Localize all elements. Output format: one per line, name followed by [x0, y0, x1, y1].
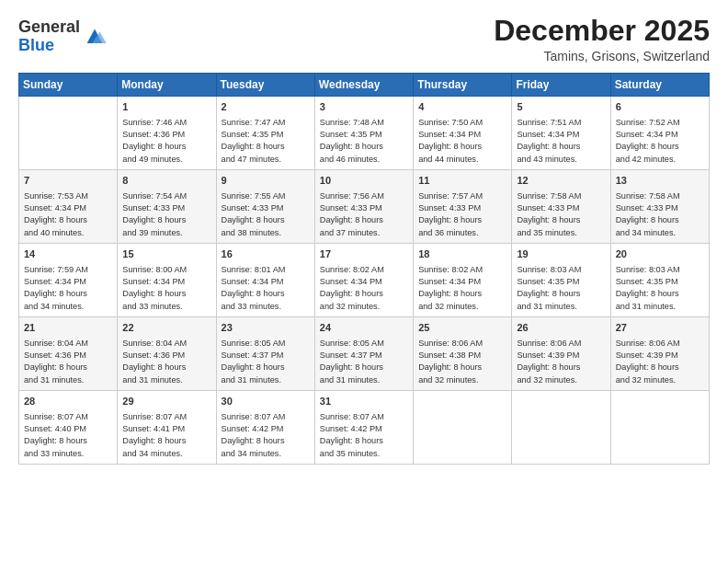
table-cell: 13Sunrise: 7:58 AMSunset: 4:33 PMDayligh…	[610, 170, 709, 244]
day-number: 14	[24, 247, 113, 261]
table-cell: 20Sunrise: 8:03 AMSunset: 4:35 PMDayligh…	[610, 244, 709, 317]
calendar-week-row: 28Sunrise: 8:07 AMSunset: 4:40 PMDayligh…	[19, 391, 710, 465]
day-number: 10	[320, 174, 409, 188]
table-cell	[512, 391, 610, 465]
day-number: 16	[222, 247, 311, 261]
day-number: 20	[616, 247, 705, 261]
day-info: Sunrise: 8:07 AMSunset: 4:42 PMDaylight:…	[222, 411, 311, 460]
day-info: Sunrise: 7:59 AMSunset: 4:34 PMDaylight:…	[24, 264, 113, 313]
day-info: Sunrise: 8:06 AMSunset: 4:39 PMDaylight:…	[616, 338, 705, 386]
location-subtitle: Tamins, Grisons, Switzerland	[494, 49, 710, 63]
table-cell: 25Sunrise: 8:06 AMSunset: 4:38 PMDayligh…	[414, 317, 512, 391]
col-saturday: Saturday	[610, 74, 709, 97]
day-info: Sunrise: 7:51 AMSunset: 4:34 PMDaylight:…	[517, 117, 606, 166]
day-info: Sunrise: 7:47 AMSunset: 4:35 PMDaylight:…	[222, 117, 311, 166]
day-info: Sunrise: 8:03 AMSunset: 4:35 PMDaylight:…	[616, 264, 705, 313]
logo-icon	[82, 24, 108, 50]
day-info: Sunrise: 8:07 AMSunset: 4:41 PMDaylight:…	[122, 411, 211, 460]
table-cell: 17Sunrise: 8:02 AMSunset: 4:34 PMDayligh…	[314, 244, 413, 317]
logo-blue-text: Blue	[18, 36, 54, 54]
day-info: Sunrise: 8:03 AMSunset: 4:35 PMDaylight:…	[517, 264, 606, 313]
logo-general-text: General	[18, 17, 80, 36]
day-number: 13	[616, 174, 705, 188]
day-info: Sunrise: 8:00 AMSunset: 4:34 PMDaylight:…	[122, 264, 211, 313]
col-friday: Friday	[512, 74, 610, 97]
table-cell: 15Sunrise: 8:00 AMSunset: 4:34 PMDayligh…	[118, 244, 216, 317]
table-cell: 29Sunrise: 8:07 AMSunset: 4:41 PMDayligh…	[118, 391, 216, 465]
day-info: Sunrise: 7:58 AMSunset: 4:33 PMDaylight:…	[517, 190, 606, 239]
header-row: Sunday Monday Tuesday Wednesday Thursday…	[19, 74, 710, 97]
table-cell: 18Sunrise: 8:02 AMSunset: 4:34 PMDayligh…	[414, 244, 512, 317]
day-number: 25	[418, 321, 507, 335]
table-cell: 6Sunrise: 7:52 AMSunset: 4:34 PMDaylight…	[610, 97, 709, 170]
day-info: Sunrise: 8:05 AMSunset: 4:37 PMDaylight:…	[222, 338, 311, 386]
day-info: Sunrise: 8:07 AMSunset: 4:42 PMDaylight:…	[320, 411, 409, 460]
day-number: 2	[222, 100, 311, 114]
day-info: Sunrise: 7:46 AMSunset: 4:36 PMDaylight:…	[122, 117, 211, 166]
day-number: 4	[418, 100, 507, 114]
day-info: Sunrise: 7:57 AMSunset: 4:33 PMDaylight:…	[418, 190, 507, 239]
table-cell: 10Sunrise: 7:56 AMSunset: 4:33 PMDayligh…	[314, 170, 413, 244]
table-cell: 23Sunrise: 8:05 AMSunset: 4:37 PMDayligh…	[216, 317, 314, 391]
calendar-page: General Blue December 2025 Tamins, Griso…	[0, 0, 728, 563]
day-number: 1	[122, 100, 211, 114]
table-cell: 4Sunrise: 7:50 AMSunset: 4:34 PMDaylight…	[414, 97, 512, 170]
day-number: 3	[320, 100, 409, 114]
month-title: December 2025	[494, 15, 710, 47]
day-number: 9	[222, 174, 311, 188]
day-number: 21	[24, 321, 113, 335]
day-number: 7	[24, 174, 113, 188]
table-cell: 9Sunrise: 7:55 AMSunset: 4:33 PMDaylight…	[216, 170, 314, 244]
day-number: 5	[517, 100, 606, 114]
table-cell: 7Sunrise: 7:53 AMSunset: 4:34 PMDaylight…	[19, 170, 118, 244]
day-info: Sunrise: 7:54 AMSunset: 4:33 PMDaylight:…	[122, 190, 211, 239]
day-info: Sunrise: 8:06 AMSunset: 4:38 PMDaylight:…	[418, 338, 507, 386]
table-cell: 28Sunrise: 8:07 AMSunset: 4:40 PMDayligh…	[19, 391, 118, 465]
day-info: Sunrise: 7:50 AMSunset: 4:34 PMDaylight:…	[418, 117, 507, 166]
calendar-table: Sunday Monday Tuesday Wednesday Thursday…	[18, 73, 710, 465]
day-number: 18	[418, 247, 507, 261]
table-cell: 24Sunrise: 8:05 AMSunset: 4:37 PMDayligh…	[314, 317, 413, 391]
table-cell: 5Sunrise: 7:51 AMSunset: 4:34 PMDaylight…	[512, 97, 610, 170]
table-cell: 1Sunrise: 7:46 AMSunset: 4:36 PMDaylight…	[118, 97, 216, 170]
calendar-week-row: 1Sunrise: 7:46 AMSunset: 4:36 PMDaylight…	[19, 97, 710, 170]
day-info: Sunrise: 7:48 AMSunset: 4:35 PMDaylight:…	[320, 117, 409, 166]
calendar-header: Sunday Monday Tuesday Wednesday Thursday…	[19, 74, 710, 97]
day-number: 30	[222, 395, 311, 408]
table-cell	[610, 391, 709, 465]
table-cell: 27Sunrise: 8:06 AMSunset: 4:39 PMDayligh…	[610, 317, 709, 391]
col-sunday: Sunday	[19, 74, 118, 97]
day-info: Sunrise: 8:02 AMSunset: 4:34 PMDaylight:…	[320, 264, 409, 313]
day-info: Sunrise: 8:04 AMSunset: 4:36 PMDaylight:…	[122, 338, 211, 386]
day-number: 28	[24, 395, 113, 408]
day-number: 22	[122, 321, 211, 335]
day-number: 12	[517, 174, 606, 188]
col-monday: Monday	[118, 74, 216, 97]
calendar-week-row: 21Sunrise: 8:04 AMSunset: 4:36 PMDayligh…	[19, 317, 710, 391]
table-cell: 21Sunrise: 8:04 AMSunset: 4:36 PMDayligh…	[19, 317, 118, 391]
day-info: Sunrise: 8:07 AMSunset: 4:40 PMDaylight:…	[24, 411, 113, 460]
day-number: 19	[517, 247, 606, 261]
day-number: 29	[122, 395, 211, 408]
table-cell: 30Sunrise: 8:07 AMSunset: 4:42 PMDayligh…	[216, 391, 314, 465]
table-cell: 3Sunrise: 7:48 AMSunset: 4:35 PMDaylight…	[314, 97, 413, 170]
table-cell	[414, 391, 512, 465]
title-block: December 2025 Tamins, Grisons, Switzerla…	[494, 15, 710, 63]
day-info: Sunrise: 7:56 AMSunset: 4:33 PMDaylight:…	[320, 190, 409, 239]
table-cell: 14Sunrise: 7:59 AMSunset: 4:34 PMDayligh…	[19, 244, 118, 317]
day-number: 26	[517, 321, 606, 335]
day-number: 8	[122, 174, 211, 188]
day-number: 31	[320, 395, 409, 408]
day-info: Sunrise: 7:53 AMSunset: 4:34 PMDaylight:…	[24, 190, 113, 239]
header: General Blue December 2025 Tamins, Griso…	[18, 15, 710, 63]
table-cell: 12Sunrise: 7:58 AMSunset: 4:33 PMDayligh…	[512, 170, 610, 244]
table-cell: 16Sunrise: 8:01 AMSunset: 4:34 PMDayligh…	[216, 244, 314, 317]
day-info: Sunrise: 8:04 AMSunset: 4:36 PMDaylight:…	[24, 338, 113, 386]
day-number: 6	[616, 100, 705, 114]
table-cell: 31Sunrise: 8:07 AMSunset: 4:42 PMDayligh…	[314, 391, 413, 465]
day-number: 23	[222, 321, 311, 335]
day-info: Sunrise: 8:06 AMSunset: 4:39 PMDaylight:…	[517, 338, 606, 386]
day-info: Sunrise: 8:02 AMSunset: 4:34 PMDaylight:…	[418, 264, 507, 313]
day-info: Sunrise: 8:01 AMSunset: 4:34 PMDaylight:…	[222, 264, 311, 313]
table-cell: 2Sunrise: 7:47 AMSunset: 4:35 PMDaylight…	[216, 97, 314, 170]
